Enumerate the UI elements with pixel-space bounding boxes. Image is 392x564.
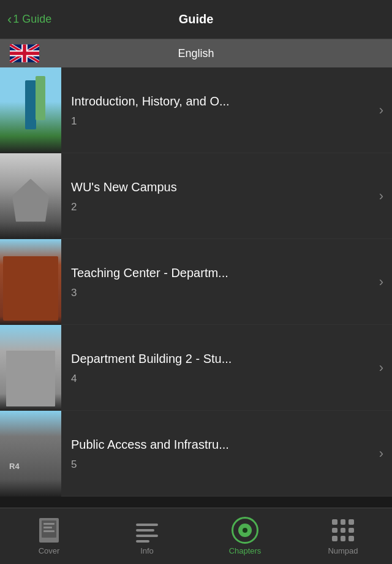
chapter-item-1[interactable]: Introduction, History, and O... 1 › bbox=[0, 67, 392, 153]
tab-info[interactable]: Info bbox=[98, 508, 196, 564]
back-button[interactable]: ‹ 1 Guide bbox=[7, 12, 51, 28]
page-title: Guide bbox=[179, 12, 214, 26]
chapter-content-1: Introduction, History, and O... 1 bbox=[61, 83, 375, 137]
chapter-name-1: Introduction, History, and O... bbox=[71, 93, 369, 109]
tab-numpad[interactable]: Numpad bbox=[294, 508, 392, 564]
chapter-name-4: Department Building 2 - Stu... bbox=[71, 351, 369, 367]
chapter-chevron-2: › bbox=[379, 188, 383, 204]
chapters-icon-dot bbox=[243, 528, 247, 533]
language-bar: English bbox=[0, 39, 392, 67]
numpad-tab-icon bbox=[330, 517, 356, 544]
chapter-thumb-5 bbox=[0, 411, 61, 497]
svg-rect-4 bbox=[43, 527, 52, 528]
chapter-number-5: 5 bbox=[71, 459, 369, 471]
svg-rect-5 bbox=[43, 530, 55, 532]
tab-bar: Cover Info Chapters bbox=[0, 508, 392, 564]
chapter-name-3: Teaching Center - Departm... bbox=[71, 265, 369, 281]
chapter-name-5: Public Access and Infrastru... bbox=[71, 436, 369, 452]
tab-info-label: Info bbox=[140, 546, 154, 555]
chapter-chevron-1: › bbox=[379, 102, 383, 118]
chapter-content-5: Public Access and Infrastru... 5 bbox=[61, 427, 375, 481]
chapters-scroll[interactable]: Introduction, History, and O... 1 › WU's… bbox=[0, 67, 392, 508]
chapter-chevron-5: › bbox=[379, 446, 383, 462]
chapter-thumb-1 bbox=[0, 67, 61, 153]
tab-numpad-label: Numpad bbox=[328, 546, 358, 555]
chapters-tab-icon bbox=[232, 517, 258, 544]
cover-icon bbox=[36, 517, 62, 544]
chapter-number-2: 2 bbox=[71, 201, 369, 213]
cover-tab-icon bbox=[36, 517, 62, 544]
uk-flag-icon bbox=[10, 44, 39, 63]
chapter-thumb-2 bbox=[0, 153, 61, 239]
tab-chapters-label: Chapters bbox=[229, 546, 262, 555]
chapter-list-container: Introduction, History, and O... 1 › WU's… bbox=[0, 67, 392, 508]
svg-rect-3 bbox=[43, 523, 55, 525]
info-icon bbox=[136, 519, 158, 543]
chapter-content-2: WU's New Campus 2 bbox=[61, 169, 375, 223]
back-label: 1 Guide bbox=[13, 13, 51, 26]
numpad-icon bbox=[331, 518, 355, 543]
chapter-chevron-3: › bbox=[379, 274, 383, 290]
chapter-thumb-3 bbox=[0, 239, 61, 325]
header: ‹ 1 Guide Guide bbox=[0, 0, 392, 39]
chapter-content-4: Department Building 2 - Stu... 4 bbox=[61, 341, 375, 395]
chevron-left-icon: ‹ bbox=[7, 12, 12, 28]
chapter-number-1: 1 bbox=[71, 115, 369, 128]
chapter-name-2: WU's New Campus bbox=[71, 179, 369, 195]
chapters-icon bbox=[232, 517, 258, 544]
chapter-item-5[interactable]: Public Access and Infrastru... 5 › bbox=[0, 411, 392, 497]
chapter-thumb-4 bbox=[0, 325, 61, 411]
chapter-item-4[interactable]: Department Building 2 - Stu... 4 › bbox=[0, 325, 392, 411]
chapter-number-4: 4 bbox=[71, 373, 369, 385]
chapters-icon-inner bbox=[238, 524, 252, 537]
tab-chapters[interactable]: Chapters bbox=[196, 508, 294, 564]
chapter-item-2[interactable]: WU's New Campus 2 › bbox=[0, 153, 392, 239]
chapter-item-3[interactable]: Teaching Center - Departm... 3 › bbox=[0, 239, 392, 325]
tab-cover-label: Cover bbox=[39, 546, 60, 555]
chapter-chevron-4: › bbox=[379, 360, 383, 376]
tab-cover[interactable]: Cover bbox=[0, 508, 98, 564]
language-label: English bbox=[39, 47, 353, 60]
info-tab-icon bbox=[134, 517, 160, 544]
chapter-content-3: Teaching Center - Departm... 3 bbox=[61, 255, 375, 309]
chapter-number-3: 3 bbox=[71, 287, 369, 299]
